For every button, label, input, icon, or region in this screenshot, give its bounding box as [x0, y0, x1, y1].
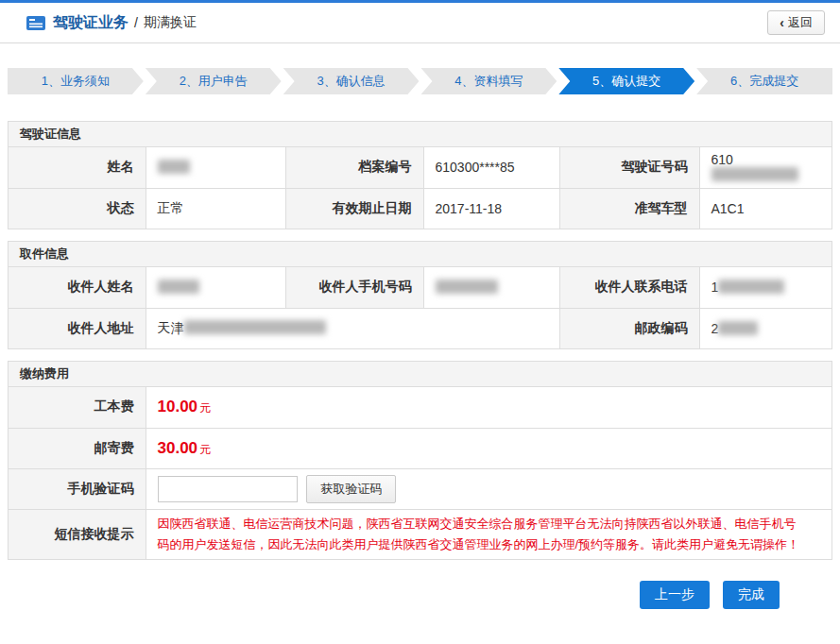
- title-divider: /: [134, 15, 138, 30]
- fees-table: 工本费 10.00元 邮寄费 30.00元 手机验证码 获取验证码 短信接收提: [9, 387, 831, 559]
- get-captcha-button[interactable]: 获取验证码: [306, 475, 396, 503]
- main-content: 驾驶证信息 姓名 档案编号 610300****85 驾驶证号码 610 状态 …: [0, 121, 840, 609]
- recipient-tel-label: 收件人联系电话: [559, 267, 699, 308]
- postage-fee-value: 30.00元: [146, 428, 831, 468]
- production-fee-value: 10.00元: [146, 387, 831, 428]
- step-1-business-notice: 1、业务须知: [8, 68, 144, 94]
- expiry-label: 有效期止日期: [285, 188, 423, 229]
- redacted-value: [158, 160, 190, 174]
- page-subtitle: 期满换证: [144, 14, 197, 31]
- redacted-value: [184, 320, 326, 334]
- status-value: 正常: [146, 188, 285, 229]
- recipient-phone-label: 收件人手机号码: [285, 267, 423, 308]
- recipient-name-value: [146, 267, 285, 308]
- step-label: 3、确认信息: [317, 73, 385, 90]
- captcha-label: 手机验证码: [9, 468, 146, 509]
- redacted-value: [711, 167, 798, 181]
- back-button[interactable]: ‹ 返回: [767, 10, 825, 35]
- page-title: 驾驶证业务: [53, 13, 129, 33]
- table-row: 收件人地址 天津 邮政编码 2: [9, 308, 831, 348]
- table-row: 短信接收提示 因陕西省联通、电信运营商技术问题，陕西省互联网交通安全综合服务管理…: [9, 509, 831, 559]
- postal-code-value: 2: [699, 308, 831, 348]
- name-label: 姓名: [9, 147, 146, 188]
- license-service-icon: [26, 16, 45, 30]
- step-3-confirm-info: 3、确认信息: [283, 68, 420, 94]
- back-label: 返回: [788, 14, 813, 31]
- recipient-phone-value: [423, 267, 559, 308]
- file-no-value: 610300****85: [423, 147, 559, 188]
- step-label: 1、业务须知: [42, 73, 110, 90]
- recipient-tel-value: 1: [699, 267, 831, 308]
- address-visible: 天津: [158, 320, 184, 335]
- step-label: 2、用户申告: [180, 73, 248, 90]
- license-no-label: 驾驶证号码: [559, 147, 699, 188]
- postage-fee-label: 邮寄费: [9, 428, 146, 468]
- recipient-name-label: 收件人姓名: [9, 267, 146, 308]
- fee-unit: 元: [199, 443, 211, 456]
- sms-notice-text: 因陕西省联通、电信运营商技术问题，陕西省互联网交通安全综合服务管理平台无法向持陕…: [158, 510, 821, 559]
- pickup-info-table: 收件人姓名 收件人手机号码 收件人联系电话 1 收件人地址 天津 邮政编码 2: [9, 267, 831, 348]
- finish-button[interactable]: 完成: [723, 581, 780, 609]
- redacted-value: [718, 321, 758, 335]
- captcha-cell: 获取验证码: [146, 468, 831, 509]
- vehicle-type-value: A1C1: [699, 188, 831, 229]
- section-title-fees: 缴纳费用: [9, 362, 831, 387]
- license-no-visible: 610: [711, 152, 733, 167]
- fee-unit: 元: [199, 401, 211, 415]
- section-title-pickup: 取件信息: [9, 242, 831, 267]
- expiry-value: 2017-11-18: [423, 188, 559, 229]
- table-row: 邮寄费 30.00元: [9, 428, 831, 468]
- sms-notice-label: 短信接收提示: [9, 509, 146, 559]
- step-5-confirm-submit: 5、确认提交: [558, 68, 694, 94]
- redacted-value: [158, 280, 199, 294]
- tel-visible: 1: [711, 280, 719, 295]
- header: 驾驶证业务 / 期满换证 ‹ 返回: [0, 3, 840, 43]
- status-label: 状态: [9, 188, 146, 229]
- file-no-label: 档案编号: [285, 147, 423, 188]
- fees-section: 缴纳费用 工本费 10.00元 邮寄费 30.00元 手机验证码: [8, 361, 832, 560]
- previous-step-button[interactable]: 上一步: [640, 581, 710, 609]
- redacted-value: [436, 280, 498, 294]
- license-info-section: 驾驶证信息 姓名 档案编号 610300****85 驾驶证号码 610 状态 …: [8, 121, 832, 229]
- license-info-table: 姓名 档案编号 610300****85 驾驶证号码 610 状态 正常 有效期…: [9, 147, 831, 229]
- vehicle-type-label: 准驾车型: [559, 188, 699, 229]
- step-nav: 1、业务须知 2、用户申告 3、确认信息 4、资料填写 5、确认提交 6、完成提…: [8, 68, 832, 94]
- step-label: 4、资料填写: [454, 73, 523, 90]
- production-fee-label: 工本费: [9, 387, 146, 428]
- postage-fee-amount: 30.00: [158, 439, 198, 457]
- pickup-info-section: 取件信息 收件人姓名 收件人手机号码 收件人联系电话 1 收件人地址 天津 邮政…: [8, 241, 832, 349]
- step-4-fill-data: 4、资料填写: [420, 68, 557, 94]
- address-value: 天津: [146, 308, 559, 348]
- name-value: [146, 147, 285, 188]
- step-label: 5、确认提交: [592, 73, 660, 90]
- redacted-value: [718, 280, 784, 294]
- captcha-input[interactable]: [158, 476, 298, 502]
- sms-notice-cell: 因陕西省联通、电信运营商技术问题，陕西省互联网交通安全综合服务管理平台无法向持陕…: [146, 509, 831, 559]
- back-chevron-icon: ‹: [780, 16, 784, 29]
- postal-visible: 2: [711, 321, 719, 336]
- license-no-value: 610: [699, 147, 831, 188]
- table-row: 收件人姓名 收件人手机号码 收件人联系电话 1: [9, 267, 831, 308]
- footer-actions: 上一步 完成: [8, 581, 780, 609]
- postal-code-label: 邮政编码: [559, 308, 699, 348]
- table-row: 姓名 档案编号 610300****85 驾驶证号码 610: [9, 147, 831, 188]
- step-label: 6、完成提交: [730, 73, 798, 90]
- title-area: 驾驶证业务 / 期满换证: [26, 13, 197, 33]
- table-row: 工本费 10.00元: [9, 387, 831, 428]
- step-2-user-declaration: 2、用户申告: [146, 68, 282, 94]
- step-6-complete-submit: 6、完成提交: [696, 68, 832, 94]
- address-label: 收件人地址: [9, 308, 146, 348]
- table-row: 状态 正常 有效期止日期 2017-11-18 准驾车型 A1C1: [9, 188, 831, 229]
- table-row: 手机验证码 获取验证码: [9, 468, 831, 509]
- section-title-license: 驾驶证信息: [9, 122, 831, 147]
- production-fee-amount: 10.00: [158, 398, 198, 415]
